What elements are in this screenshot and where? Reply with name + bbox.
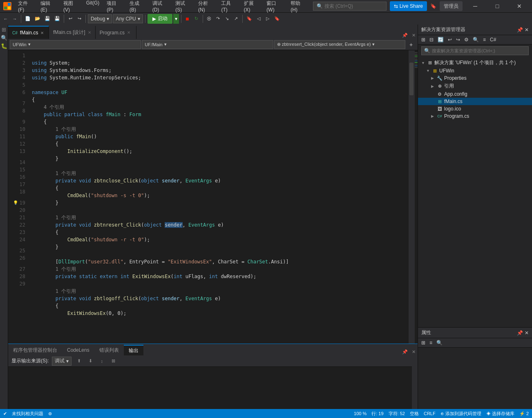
bottom-close-btn[interactable]: ✕ — [409, 348, 418, 355]
menu-file[interactable]: 文件(F) — [15, 0, 36, 13]
tb-save-all[interactable]: 💾 — [43, 15, 52, 22]
tree-program[interactable]: ▶ C# Program.cs — [418, 112, 532, 120]
menu-git[interactable]: Git(G) — [83, 0, 103, 13]
activity-solution[interactable]: ⊞ — [1, 26, 7, 33]
bottom-pin-btn[interactable]: 📌 — [400, 348, 409, 355]
tab-fmain-cs[interactable]: C# fMain.cs ✕ — [8, 26, 49, 39]
prop-close-btn[interactable]: ✕ — [525, 330, 529, 336]
close-button[interactable]: ✕ — [510, 0, 529, 12]
bottom-tab-output[interactable]: 输出 — [124, 345, 143, 355]
bookmark-icon[interactable]: 🔖 — [430, 3, 436, 9]
tb-undo[interactable]: ↩ — [66, 15, 74, 22]
code-editor[interactable]: 1 2 3 4 5 6 7 8 9 10 11 12 13 14 15 — [8, 50, 418, 344]
maximize-button[interactable]: □ — [488, 0, 507, 12]
activity-debug[interactable]: 🐛 — [1, 43, 7, 49]
tb-bookmark[interactable]: 🔖 — [245, 15, 254, 22]
se-btn7[interactable]: 🔍 — [471, 36, 481, 43]
debug-mode-dropdown[interactable]: Debug ▾ — [88, 14, 112, 23]
zoom-level[interactable]: 100 % — [354, 411, 367, 416]
tb-nav-next[interactable]: ▷ — [264, 15, 272, 22]
tree-project[interactable]: ▼ ⊞ UFWin — [418, 67, 532, 74]
bottom-tab-codelens[interactable]: CodeLens — [62, 345, 94, 355]
tb-open[interactable]: 📂 — [33, 15, 42, 22]
se-btn6[interactable]: ⚙ — [463, 36, 470, 43]
tb-step-out[interactable]: ↗ — [232, 15, 240, 22]
editor-scrollbar[interactable] — [409, 50, 414, 344]
bottom-scrollbar[interactable] — [412, 355, 418, 409]
bottom-tab-errors[interactable]: 错误列表 — [94, 345, 124, 355]
prop-btn2[interactable]: ≡ — [428, 339, 434, 346]
se-btn1[interactable]: ⊞ — [420, 36, 427, 43]
tree-properties[interactable]: ▶ 🔧 Properties — [418, 74, 532, 82]
tab-program-cs[interactable]: Program.cs ✕ — [96, 26, 136, 39]
tb-back[interactable]: ← — [2, 16, 10, 22]
tb-stop[interactable]: ⏹ — [183, 16, 192, 22]
class-dropdown[interactable]: UF.fMain ▾ — [142, 40, 273, 49]
se-btn3[interactable]: 🔄 — [436, 36, 445, 43]
menu-view[interactable]: 视图(V) — [60, 0, 82, 13]
tb-redo[interactable]: ↪ — [75, 15, 83, 22]
tb-bookmark2[interactable]: 🔖 — [273, 15, 282, 22]
tree-appconfig[interactable]: ▶ ⚙ App.config — [418, 90, 532, 98]
tab-close-fmain[interactable]: ✕ — [40, 31, 44, 35]
menu-extend[interactable]: 扩展(X) — [241, 0, 263, 13]
prop-btn3[interactable]: 🔍 — [435, 339, 444, 346]
admin-button[interactable]: 管理员 — [440, 1, 463, 11]
status-source-control[interactable]: ⊕ 添加到源代码管理 — [440, 411, 481, 417]
tb-step-into[interactable]: ↘ — [223, 15, 231, 22]
se-search-input[interactable] — [432, 48, 526, 53]
menu-test[interactable]: 测试(S) — [172, 0, 194, 13]
tree-logo[interactable]: ▶ 🖼 logo.ico — [418, 105, 532, 112]
start-dropdown-arrow[interactable]: ▾ — [173, 14, 179, 24]
tab-close-panel[interactable]: ✕ — [409, 32, 418, 39]
start-button[interactable]: ▶ 启动 — [148, 14, 172, 24]
se-btn9[interactable]: C# — [488, 36, 498, 43]
cpu-dropdown[interactable]: Any CPU ▾ — [113, 14, 143, 23]
search-input[interactable] — [324, 3, 378, 9]
tab-fmain-design[interactable]: fMain.cs [设计] ✕ — [49, 26, 96, 39]
namespace-dropdown[interactable]: UFWin ▾ — [10, 40, 141, 49]
prop-pin-btn[interactable]: 📌 — [517, 330, 523, 336]
se-search-box[interactable]: 🔍 — [421, 46, 529, 55]
se-close-btn[interactable]: ✕ — [525, 27, 529, 33]
status-errors[interactable]: ⚡ 2 — [519, 411, 529, 416]
menu-tools[interactable]: 工具(T) — [218, 0, 239, 13]
output-btn4[interactable]: ⊠ — [109, 357, 117, 364]
prop-btn1[interactable]: ⊞ — [420, 339, 427, 346]
expand-btn[interactable]: + — [406, 40, 416, 49]
tb-save[interactable]: 💾 — [53, 15, 62, 22]
tab-close-program[interactable]: ✕ — [127, 30, 130, 35]
minimize-button[interactable]: ─ — [466, 0, 485, 12]
tree-solution[interactable]: ▼ ⊞ 解决方案 'UFWin' (1 个项目，共 1 个) — [418, 58, 532, 67]
tb-forward[interactable]: → — [11, 16, 19, 22]
menu-edit[interactable]: 编辑(E) — [37, 0, 59, 13]
output-source-dropdown[interactable]: 调试 ▾ — [52, 357, 72, 366]
menu-window[interactable]: 窗口(W) — [263, 0, 286, 13]
se-btn8[interactable]: ≡ — [481, 36, 487, 43]
search-box[interactable]: 🔍 — [313, 2, 387, 11]
menu-debug[interactable]: 调试(D) — [149, 0, 171, 13]
se-pin-btn[interactable]: 📌 — [517, 27, 523, 33]
se-btn5[interactable]: ↪ — [454, 36, 462, 43]
menu-analyze[interactable]: 分析(N) — [195, 0, 217, 13]
live-share-button[interactable]: ⇆ Live Share — [390, 1, 427, 11]
activity-search[interactable]: 🔍 — [1, 34, 7, 41]
tb-restart[interactable]: ↻ — [192, 15, 201, 22]
output-btn3[interactable]: ↕ — [98, 358, 106, 364]
bottom-tab-pkg[interactable]: 程序包管理器控制台 — [8, 345, 62, 355]
tab-pin[interactable]: 📌 — [400, 32, 409, 39]
code-content[interactable]: using System; using System.Windows.Forms… — [29, 50, 409, 344]
status-repo[interactable]: ◈ 选择存储库 — [486, 411, 514, 417]
tb-nav-prev[interactable]: ◁ — [255, 15, 263, 22]
se-btn4[interactable]: ↩ — [446, 36, 454, 43]
method-dropdown[interactable]: ⊕ zbtnresert_Click(object sender, EventA… — [274, 40, 405, 49]
scrollbar-thumb[interactable] — [409, 63, 414, 95]
tab-close-fmain-design[interactable]: ✕ — [88, 30, 91, 35]
output-btn2[interactable]: ⬇ — [86, 357, 94, 364]
tb-breakpoints[interactable]: ⦿ — [205, 16, 213, 22]
output-btn1[interactable]: ⬆ — [75, 357, 83, 364]
menu-help[interactable]: 帮助(H) — [287, 0, 309, 13]
menu-build[interactable]: 生成(B) — [126, 0, 148, 13]
se-btn2[interactable]: ⊟ — [428, 36, 435, 43]
tree-references[interactable]: ▶ ⊕ 引用 — [418, 82, 532, 90]
